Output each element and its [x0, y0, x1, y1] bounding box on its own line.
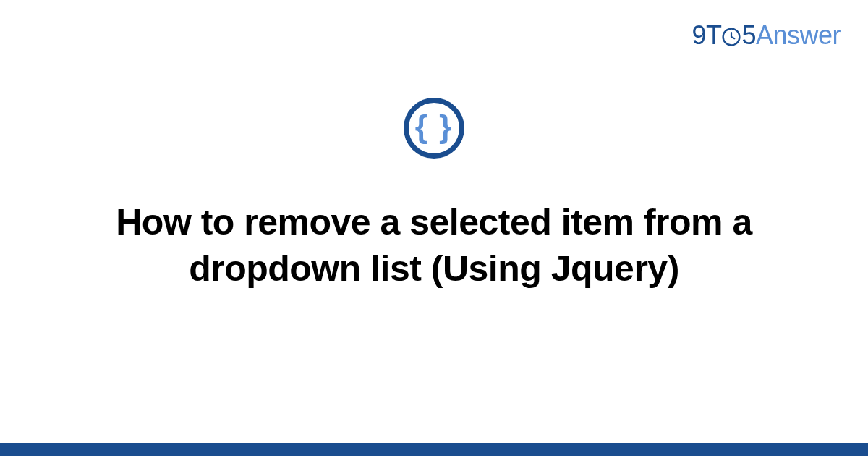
main-content: { } How to remove a selected item from a… [0, 98, 868, 292]
logo-text-answer: Answer [756, 20, 841, 51]
logo-text-5: 5 [741, 20, 756, 51]
footer-accent-bar [0, 443, 868, 456]
code-braces-glyph: { } [415, 111, 453, 143]
logo-text-9t: 9T [692, 20, 721, 51]
site-logo: 9T 5 Answer [692, 20, 841, 51]
code-braces-icon: { } [404, 98, 464, 159]
page-title: How to remove a selected item from a dro… [101, 199, 767, 292]
svg-line-2 [731, 37, 734, 38]
clock-icon [722, 28, 741, 46]
